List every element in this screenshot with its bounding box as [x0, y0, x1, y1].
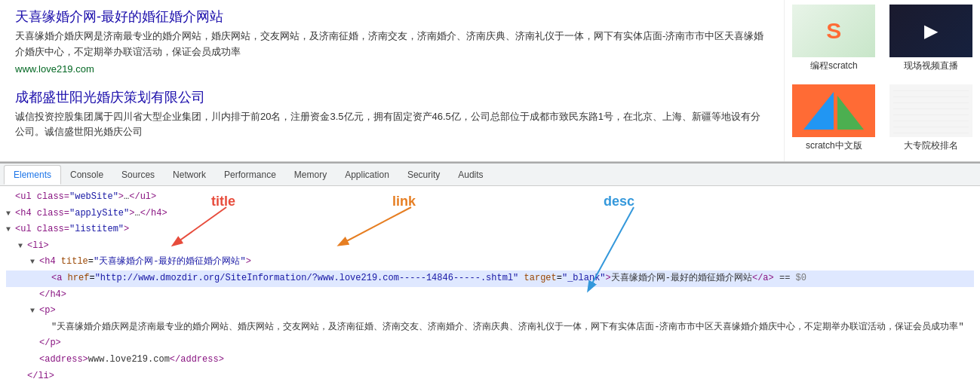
- thumb-item-video[interactable]: 现场视频直播: [883, 2, 979, 80]
- thumb-img-ranking: [889, 84, 972, 137]
- code-line-5: <h4 title="天喜缘婚介网-最好的婚征婚介网站">: [6, 254, 974, 270]
- result-url-1: www.love219.com: [15, 63, 769, 75]
- thumb-label-ranking: 大专院校排名: [904, 139, 958, 152]
- code-line-6-highlighted[interactable]: <a href="http://www.dmozdir.org/SiteInfo…: [6, 270, 974, 287]
- code-line-11: <address>www.love219.com</address>: [6, 352, 974, 368]
- devtools-tabs-bar: Elements Console Sources Network Perform…: [0, 163, 980, 186]
- triangle-8[interactable]: [30, 303, 39, 319]
- thumb-label-scratch-cn: scratch中文版: [806, 139, 862, 152]
- code-line-9: "天喜缘婚介婚庆网是济南最专业的婚介网站、婚庆网站，交友网站，及济南征婚、济南交…: [6, 319, 974, 336]
- triangle-5[interactable]: [30, 254, 39, 270]
- tab-memory[interactable]: Memory: [285, 166, 336, 184]
- triangle-2[interactable]: [6, 206, 15, 222]
- tab-performance[interactable]: Performance: [215, 166, 285, 184]
- triangle-4[interactable]: [18, 238, 27, 255]
- tab-elements[interactable]: Elements: [4, 165, 61, 185]
- result-title-1[interactable]: 天喜缘婚介网-最好的婚征婚介网站: [15, 9, 223, 24]
- result-title-2[interactable]: 成都盛世阳光婚庆策划有限公司: [15, 90, 205, 105]
- thumb-item-scratch[interactable]: 编程scratch: [786, 2, 882, 80]
- thumb-label-video: 现场视频直播: [904, 60, 958, 72]
- result-item-2: 成都盛世阳光婚庆策划有限公司 诚信投资控股集团属于四川省大型企业集团，川内排于前…: [15, 88, 769, 141]
- code-line-4: <li>: [6, 238, 974, 255]
- code-line-7: </h4>: [6, 287, 974, 304]
- devtools-content[interactable]: title link desc: [0, 186, 980, 382]
- tab-application[interactable]: Application: [336, 166, 398, 184]
- tab-console[interactable]: Console: [61, 166, 112, 184]
- code-line-2: <h4 class="applySite"> … </h4>: [6, 206, 974, 222]
- code-tag-1: <ul class="webSite">: [15, 189, 124, 206]
- code-line-3: <ul class="listitem">: [6, 222, 974, 238]
- tab-audits[interactable]: Audits: [449, 166, 492, 184]
- code-line-1: ▶ <ul class="webSite"> … </ul>: [6, 189, 974, 206]
- sidebar-thumbnails: 编程scratch 现场视频直播 scratch中文版 大专院校排名: [784, 0, 980, 161]
- code-line-8: <p>: [6, 303, 974, 319]
- tab-security[interactable]: Security: [398, 166, 449, 184]
- browser-content-area: 天喜缘婚介网-最好的婚征婚介网站 天喜缘婚介婚庆网是济南最专业的婚介网站，婚庆网…: [0, 0, 980, 162]
- thumb-img-scratch-cn: [792, 84, 875, 137]
- tab-sources[interactable]: Sources: [112, 166, 164, 184]
- thumb-item-ranking[interactable]: 大专院校排名: [883, 81, 979, 160]
- devtools-panel: Elements Console Sources Network Perform…: [0, 162, 980, 382]
- triangle-3[interactable]: [6, 222, 15, 238]
- result-item-1: 天喜缘婚介网-最好的婚征婚介网站 天喜缘婚介婚庆网是济南最专业的婚介网站，婚庆网…: [15, 8, 769, 75]
- tab-network[interactable]: Network: [164, 166, 215, 184]
- code-line-10: </p>: [6, 335, 974, 352]
- thumb-item-scratch-cn[interactable]: scratch中文版: [786, 81, 882, 160]
- thumb-label-scratch: 编程scratch: [810, 60, 858, 72]
- result-desc-2: 诚信投资控股集团属于四川省大型企业集团，川内排于前20名，注册资金3.5亿元，拥…: [15, 109, 769, 141]
- thumb-img-scratch: [792, 5, 875, 57]
- search-results: 天喜缘婚介网-最好的婚征婚介网站 天喜缘婚介婚庆网是济南最专业的婚介网站，婚庆网…: [0, 0, 784, 161]
- thumb-img-video: [889, 5, 972, 57]
- code-line-12: </li>: [6, 368, 974, 382]
- result-desc-1: 天喜缘婚介婚庆网是济南最专业的婚介网站，婚庆网站，交友网站，及济南征婚，济南交友…: [15, 29, 769, 60]
